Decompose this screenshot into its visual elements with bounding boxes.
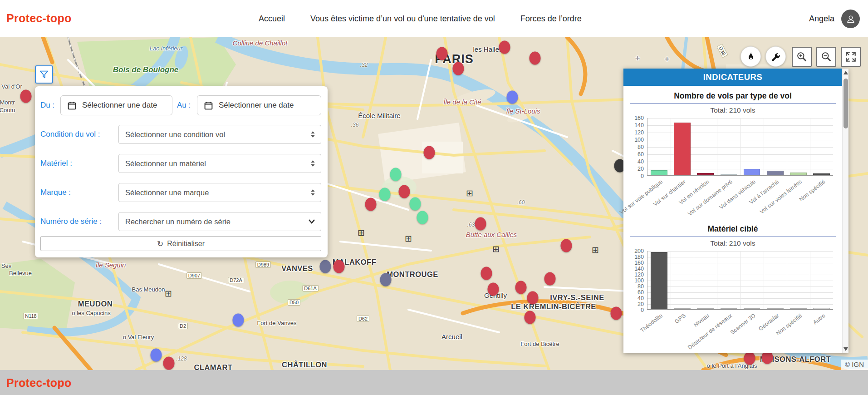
map-marker-green[interactable] [390, 168, 402, 181]
map-marker-green[interactable] [417, 211, 428, 224]
bar-Détecteur de réseaux [721, 308, 737, 309]
footer-logo: Protec-topo [6, 376, 72, 390]
y-tick-label: 100 [634, 137, 644, 143]
x-tick-label: GPS [674, 312, 687, 325]
map-marker-red[interactable] [488, 283, 499, 296]
panel-scrollbar[interactable] [842, 69, 848, 353]
y-tick-label: 0 [641, 173, 644, 179]
serial-label: Numéro de série : [40, 217, 118, 226]
y-tick-label: 160 [634, 115, 644, 121]
map-marker-red[interactable] [333, 260, 345, 273]
map-marker-red[interactable] [530, 52, 541, 65]
user-avatar-button[interactable] [841, 10, 860, 28]
gridline [787, 118, 787, 175]
gridline [810, 118, 810, 175]
map-marker-red[interactable] [475, 217, 486, 231]
y-tick-label: 180 [634, 254, 644, 260]
map-marker-red[interactable] [453, 62, 464, 75]
indicators-body: Nombre de vols par type de vol Total: 21… [623, 86, 842, 353]
map-label: Val d'Or [1, 83, 22, 90]
app-logo[interactable]: Protec-topo [6, 12, 72, 25]
y-tick-label: 140 [634, 266, 644, 272]
nav-item-2[interactable]: Forces de l’ordre [520, 14, 582, 24]
scroll-up-arrow[interactable] [843, 71, 848, 74]
reset-filters-button[interactable]: ↻ Réinitialiser [40, 236, 321, 251]
select-arrows-icon [310, 131, 315, 138]
y-tick-label: 160 [634, 260, 644, 266]
map-marker-red[interactable] [436, 47, 448, 60]
map-marker-slate[interactable] [380, 273, 392, 286]
tools-button[interactable] [765, 46, 786, 67]
user-name[interactable]: Angela [809, 14, 834, 24]
map-marker-red[interactable] [424, 146, 435, 159]
x-tick-label: Géoradar [757, 312, 780, 332]
map-marker-red[interactable] [611, 307, 622, 320]
map-canvas[interactable]: PARISles HallesÎle de la CitéÎle St-Loui… [0, 37, 868, 370]
map-label: D61A [302, 285, 319, 291]
marque-select[interactable]: Sélectionner une marque [118, 183, 321, 202]
serial-row: Numéro de série : Rechercher un numéro d… [40, 212, 321, 232]
map-label: + [665, 54, 670, 64]
select-arrows-icon [310, 189, 315, 196]
serial-combobox[interactable]: Rechercher un numéro de série [118, 212, 321, 231]
map-label: ⊞ [592, 245, 599, 255]
map-label: D72A [228, 277, 244, 283]
map-marker-red[interactable] [163, 357, 175, 370]
bar-Vol sur voies ferrées [790, 173, 807, 175]
chevron-down-icon [308, 219, 315, 224]
materiel-value: Sélectionner un matériel [125, 159, 206, 168]
map-marker-red[interactable] [20, 90, 32, 103]
heatmap-button[interactable] [740, 46, 761, 67]
map-marker-blue[interactable] [233, 314, 244, 327]
zoom-in-button[interactable] [792, 47, 812, 67]
map-marker-slate[interactable] [320, 260, 331, 273]
bar-Non spécifié [813, 173, 830, 175]
date-from-label: Du : [40, 101, 60, 110]
y-tick-label: 120 [634, 130, 644, 136]
y-tick-label: 200 [634, 248, 644, 254]
bar-Niveau [697, 308, 714, 309]
condition-select[interactable]: Sélectionner une condition vol [118, 125, 321, 144]
nav-item-1[interactable]: Vous êtes victime d’un vol ou d'une tent… [310, 14, 495, 24]
map-label: o les Capucins [72, 310, 110, 316]
materiel-select[interactable]: Sélectionner un matériel [118, 154, 321, 173]
date-from-button[interactable]: Sélectionner une date [60, 95, 172, 115]
map-label: MONTROUGE [387, 270, 438, 279]
nav-item-0[interactable]: Accueil [259, 14, 285, 24]
map-label: Île de la Cité [443, 98, 481, 106]
calendar-icon [67, 101, 77, 110]
map-label: Bas Meudon [132, 286, 165, 293]
map-marker-red[interactable] [399, 185, 410, 198]
scroll-down-arrow[interactable] [843, 347, 848, 351]
gridline [694, 118, 694, 175]
map-marker-red[interactable] [365, 198, 377, 211]
map-label: les Halles [473, 45, 502, 53]
map-marker-red[interactable] [499, 41, 510, 54]
map-marker-red[interactable] [525, 311, 536, 324]
zoom-out-button[interactable] [816, 47, 836, 67]
map-attribution: © IGN [841, 360, 868, 370]
map-label: .60 [517, 199, 525, 206]
map-marker-blue[interactable] [151, 349, 162, 362]
map-marker-red[interactable] [481, 267, 492, 280]
map-marker-blue[interactable] [507, 91, 518, 104]
map-marker-green[interactable] [410, 198, 421, 211]
map-marker-red[interactable] [527, 291, 539, 305]
map-marker-red[interactable] [561, 239, 572, 252]
x-tick-label: Autre [812, 312, 826, 326]
map-marker-red[interactable] [544, 272, 556, 286]
scroll-thumb[interactable] [843, 79, 848, 128]
map-marker-green[interactable] [379, 188, 391, 201]
map-marker-red[interactable] [744, 352, 755, 365]
date-to-button[interactable]: Sélectionner une date [197, 95, 321, 115]
filter-toggle-button[interactable] [35, 65, 53, 84]
map-label: île Seguin [96, 261, 126, 269]
map-label: D50 [288, 299, 300, 306]
gridline [671, 251, 671, 309]
materiel-row: Matériel : Sélectionner un matériel [40, 153, 321, 173]
map-label: .36 [351, 122, 359, 128]
map-marker-red[interactable] [515, 281, 527, 294]
fullscreen-button[interactable] [841, 47, 861, 67]
indicators-header: INDICATEURS [623, 69, 842, 86]
map-label: D907 [186, 272, 202, 279]
